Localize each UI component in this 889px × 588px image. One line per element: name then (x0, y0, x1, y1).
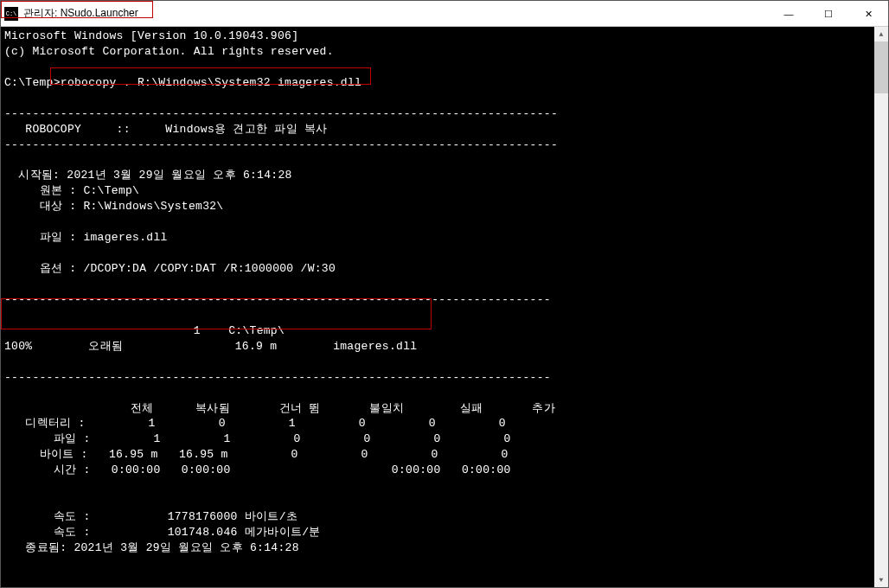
output-line: 속도 : 101748.046 메가바이트/분 (4, 526, 321, 539)
output-line: 바이트 : 16.95 m 16.95 m 0 0 0 0 (4, 448, 508, 461)
terminal-output[interactable]: Microsoft Windows [Version 10.0.19043.90… (1, 27, 888, 587)
output-line: ----------------------------------------… (4, 138, 558, 151)
scroll-down-button[interactable]: ▼ (874, 572, 888, 587)
titlebar[interactable]: 관리자: NSudo.Launcher — ☐ ✕ (1, 1, 888, 27)
output-line: ----------------------------------------… (4, 371, 551, 384)
output-line: 디렉터리 : 1 0 1 0 0 0 (4, 417, 506, 430)
output-line: 1 C:\Temp\ (4, 324, 285, 337)
window-title: 관리자: NSudo.Launcher (23, 6, 138, 21)
output-line: 전체 복사됨 건너 뜀 불일치 실패 추가 (4, 402, 555, 415)
command-line: C:\Temp>robocopy . R:\Windows\System32 i… (4, 76, 361, 89)
output-line: ROBOCOPY :: Windows용 견고한 파일 복사 (4, 123, 328, 136)
output-line: Microsoft Windows [Version 10.0.19043.90… (4, 29, 298, 42)
output-line: 파일 : 1 1 0 0 0 0 (4, 432, 511, 445)
scrollbar[interactable]: ▲ ▼ (874, 27, 888, 587)
window-controls: — ☐ ✕ (769, 1, 888, 27)
close-button[interactable]: ✕ (848, 1, 888, 27)
scrollbar-thumb[interactable] (874, 42, 888, 93)
output-line: 속도 : 1778176000 바이트/초 (4, 510, 297, 523)
output-line: 원본 : C:\Temp\ (4, 184, 139, 197)
scroll-up-button[interactable]: ▲ (874, 27, 888, 42)
output-line: 파일 : imageres.dll (4, 231, 168, 244)
progress-line: 100% 오래됨 16.9 m imageres.dll (4, 340, 417, 353)
output-line: 시간 : 0:00:00 0:00:00 0:00:00 0:00:00 (4, 463, 511, 476)
window: 관리자: NSudo.Launcher — ☐ ✕ Microsoft Wind… (0, 0, 889, 588)
output-line: 옵션 : /DCOPY:DA /COPY:DAT /R:1000000 /W:3… (4, 262, 336, 275)
output-line: ----------------------------------------… (4, 107, 558, 120)
minimize-button[interactable]: — (769, 1, 809, 27)
output-line: (c) Microsoft Corporation. All rights re… (4, 45, 334, 58)
output-line: 시작됨: 2021년 3월 29일 월요일 오후 6:14:28 (4, 169, 292, 182)
maximize-button[interactable]: ☐ (809, 1, 848, 27)
output-line: ----------------------------------------… (4, 293, 551, 306)
output-line: 대상 : R:\Windows\System32\ (4, 200, 223, 213)
app-icon (4, 7, 18, 21)
output-line: 종료됨: 2021년 3월 29일 월요일 오후 6:14:28 (4, 541, 299, 554)
